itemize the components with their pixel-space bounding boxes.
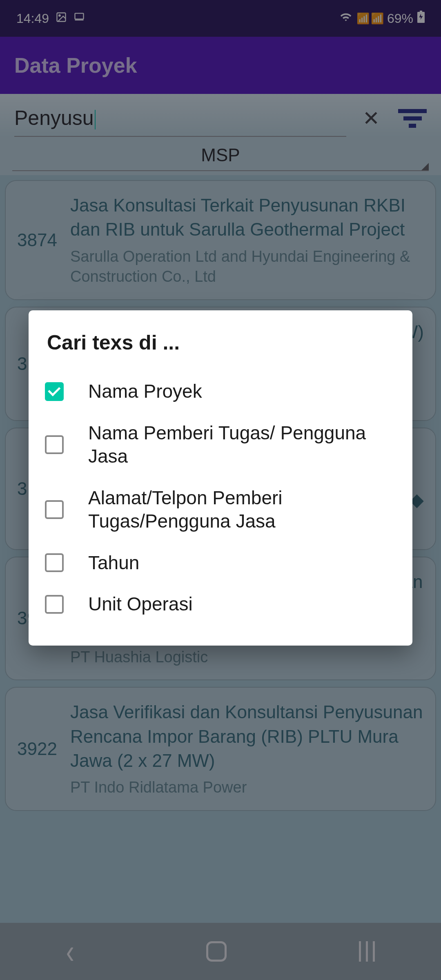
filter-option-nama-proyek[interactable]: Nama Proyek — [41, 371, 400, 412]
filter-option-unit-operasi[interactable]: Unit Operasi — [41, 584, 400, 625]
filter-option-tahun[interactable]: Tahun — [41, 542, 400, 584]
option-label: Alamat/Telpon Pemberi Tugas/Pengguna Jas… — [88, 486, 396, 533]
option-label: Tahun — [88, 551, 139, 575]
checkbox-icon — [45, 500, 64, 519]
option-label: Nama Pemberi Tugas/ Pengguna Jasa — [88, 421, 396, 468]
dialog-title: Cari texs di ... — [41, 331, 400, 354]
checkbox-icon — [45, 435, 64, 454]
filter-dialog: Cari texs di ... Nama Proyek Nama Pember… — [29, 310, 412, 646]
checkbox-icon — [45, 553, 64, 572]
filter-option-alamat[interactable]: Alamat/Telpon Pemberi Tugas/Pengguna Jas… — [41, 477, 400, 542]
filter-option-pemberi-tugas[interactable]: Nama Pemberi Tugas/ Pengguna Jasa — [41, 412, 400, 477]
option-label: Unit Operasi — [88, 592, 193, 616]
checkbox-icon — [45, 595, 64, 614]
checkbox-icon — [45, 382, 64, 401]
option-label: Nama Proyek — [88, 380, 202, 403]
